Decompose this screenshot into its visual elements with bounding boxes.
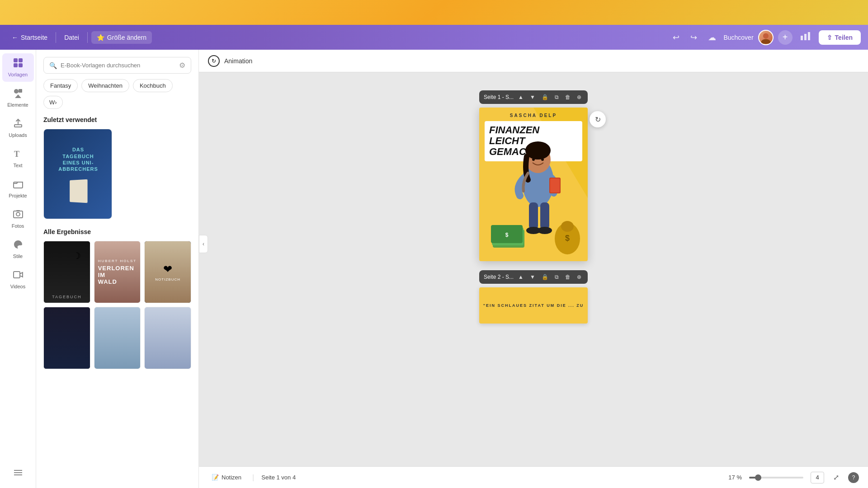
stats-button[interactable]: [797, 29, 814, 45]
moon-icon: ☽: [73, 250, 81, 261]
notes-button[interactable]: 📝 Notizen: [208, 472, 245, 483]
vorlagen-icon: [13, 58, 23, 70]
svg-point-37: [532, 158, 535, 161]
chip-weihnachten[interactable]: Weihnachten: [81, 79, 129, 92]
stile-icon: [13, 239, 23, 252]
result-thumb-4[interactable]: [43, 307, 90, 369]
help-button[interactable]: ?: [848, 472, 859, 483]
sidebar-item-videos[interactable]: Videos: [2, 265, 34, 294]
refresh-button[interactable]: ↻: [590, 111, 606, 127]
page-count-box[interactable]: 4: [811, 472, 824, 483]
page2-label: Seite 2 - S...: [484, 274, 514, 280]
file-menu[interactable]: Datei: [60, 31, 84, 44]
svg-rect-18: [14, 272, 20, 278]
back-button[interactable]: ← Startseite: [7, 31, 52, 44]
svg-rect-12: [14, 125, 22, 127]
animation-bar: ↻ Animation: [199, 50, 868, 72]
recently-used-section: Zuletzt verwendet DASTAGEBUCHEINES UNI-A…: [43, 116, 191, 219]
animation-icon[interactable]: ↻: [208, 55, 220, 67]
svg-rect-31: [529, 202, 538, 230]
header-left: ← Startseite Datei ⭐ Größe ändern: [7, 31, 665, 44]
redo-button[interactable]: ↪: [687, 30, 701, 45]
undo-button[interactable]: ↩: [669, 30, 683, 45]
result-1-text: TAGEBUCH: [52, 295, 81, 299]
diary-template: DASTAGEBUCHEINES UNI-ABBRECHERS: [44, 129, 112, 219]
zoom-slider-container: [749, 477, 803, 479]
svg-rect-10: [19, 89, 22, 93]
page2-up-button[interactable]: ▲: [516, 273, 525, 281]
sidebar-item-stile[interactable]: Stile: [2, 235, 34, 263]
sidebar-item-elemente[interactable]: Elemente: [2, 84, 34, 112]
projekte-icon: [13, 179, 23, 191]
chip-kochbuch[interactable]: Kochbuch: [133, 79, 173, 92]
sidebar-item-uploads[interactable]: Uploads: [2, 114, 34, 142]
page2-quote-text: "EIN SCHLAUES ZITAT UM DIE ... ZU: [480, 300, 587, 311]
header-divider: [56, 32, 56, 43]
page1-copy-button[interactable]: ⧉: [553, 93, 561, 101]
page1-container: Seite 1 - S... ▲ ▼ 🔒 ⧉ 🗑 ⊕ SASCHA DELP: [479, 90, 588, 261]
page2-copy-button[interactable]: ⧉: [553, 273, 561, 281]
sidebar-item-fotos[interactable]: Fotos: [2, 205, 34, 233]
chip-fantasy[interactable]: Fantasy: [43, 79, 78, 92]
projekte-label: Projekte: [9, 193, 27, 198]
cover-character-svg: $ $: [479, 108, 588, 261]
cloud-save-icon[interactable]: ☁: [704, 30, 720, 45]
share-button[interactable]: ⇧ Teilen: [819, 30, 861, 45]
add-collaborator-button[interactable]: +: [778, 30, 793, 45]
page1-delete-button[interactable]: 🗑: [563, 93, 572, 101]
svg-rect-4: [808, 32, 810, 40]
status-divider: |: [252, 474, 254, 482]
page2-delete-button[interactable]: 🗑: [563, 273, 572, 281]
result-thumb-5[interactable]: [94, 307, 141, 369]
chip-more[interactable]: W›: [43, 96, 63, 109]
user-avatar[interactable]: [758, 30, 774, 45]
sidebar-item-vorlagen[interactable]: Vorlagen: [2, 53, 34, 82]
share-icon: ⇧: [827, 34, 832, 41]
svg-marker-19: [20, 272, 23, 277]
book-cover-2-canvas[interactable]: "EIN SCHLAUES ZITAT UM DIE ... ZU: [479, 287, 588, 324]
videos-label: Videos: [10, 284, 25, 289]
svg-point-16: [16, 212, 20, 216]
page2-lock-button[interactable]: 🔒: [540, 273, 550, 281]
size-change-label: Größe ändern: [107, 34, 146, 41]
search-input[interactable]: [61, 62, 175, 69]
page1-controls: Seite 1 - S... ▲ ▼ 🔒 ⧉ 🗑 ⊕: [479, 90, 588, 104]
hide-panel-button[interactable]: ‹: [199, 235, 208, 253]
recent-template-thumb[interactable]: DASTAGEBUCHEINES UNI-ABBRECHERS: [43, 129, 112, 219]
fullscreen-button[interactable]: ⤢: [831, 471, 841, 483]
result-thumb-1[interactable]: ☽ TAGEBUCH: [43, 241, 90, 303]
result-thumb-3[interactable]: ❤ Notizbuch: [144, 241, 191, 303]
filter-icon[interactable]: ⚙: [179, 61, 185, 70]
page1-up-button[interactable]: ▲: [516, 93, 525, 101]
diary-template-title: DASTAGEBUCHEINES UNI-ABBRECHERS: [58, 146, 98, 172]
size-change-button[interactable]: ⭐ Größe ändern: [91, 31, 152, 44]
zoom-slider-track[interactable]: [749, 477, 803, 479]
page1-wrapper: SASCHA DELP FINANZENLEICHTGEMACHT! $: [479, 108, 588, 261]
search-icon: 🔍: [49, 62, 57, 69]
svg-marker-11: [15, 94, 21, 98]
result-inner-2: HUBERT HOLST VERLOREN IMWALD: [94, 241, 141, 303]
result-2-author: HUBERT HOLST: [98, 259, 137, 263]
videos-icon: [13, 270, 23, 282]
book-cover-canvas[interactable]: SASCHA DELP FINANZENLEICHTGEMACHT! $: [479, 108, 588, 261]
sidebar-item-projekte[interactable]: Projekte: [2, 174, 34, 203]
page1-lock-button[interactable]: 🔒: [540, 93, 550, 101]
svg-rect-14: [14, 182, 23, 188]
sidebar-item-lines[interactable]: [2, 463, 34, 484]
header-actions: ↩ ↪ ☁: [669, 30, 720, 45]
share-label: Teilen: [835, 34, 853, 41]
diary-book-icon: [70, 179, 87, 202]
result-inner-1: ☽ TAGEBUCH: [44, 241, 90, 303]
lines-icon: [13, 468, 23, 480]
canvas-scroll[interactable]: Seite 1 - S... ▲ ▼ 🔒 ⧉ 🗑 ⊕ SASCHA DELP: [199, 72, 868, 488]
page2-add-button[interactable]: ⊕: [575, 273, 583, 281]
page2-down-button[interactable]: ▼: [528, 273, 537, 281]
result-thumb-6[interactable]: [144, 307, 191, 369]
canvas-area: ↻ Animation Seite 1 - S... ▲ ▼ 🔒 ⧉ 🗑 ⊕: [199, 50, 868, 488]
zoom-slider-thumb[interactable]: [755, 474, 761, 481]
page1-add-button[interactable]: ⊕: [575, 93, 583, 101]
page1-down-button[interactable]: ▼: [528, 93, 537, 101]
result-thumb-2[interactable]: HUBERT HOLST VERLOREN IMWALD: [94, 241, 141, 303]
page-indicator: Seite 1 von 4: [261, 474, 296, 481]
sidebar-item-text[interactable]: T Text: [2, 144, 34, 173]
